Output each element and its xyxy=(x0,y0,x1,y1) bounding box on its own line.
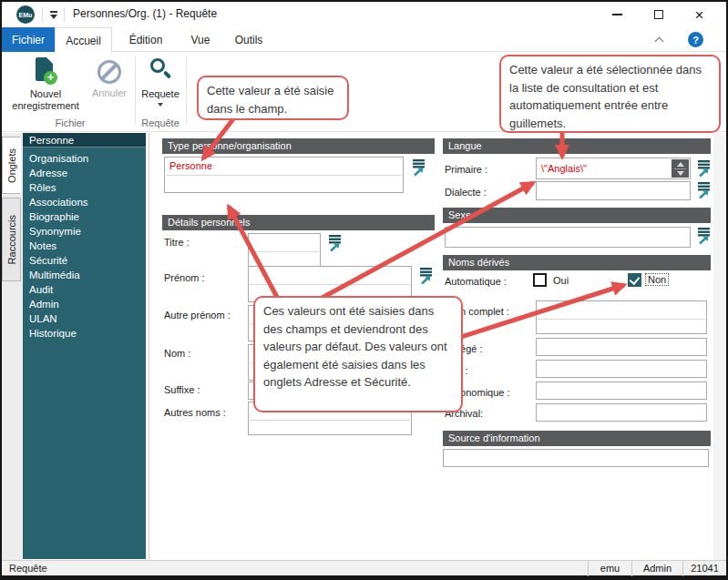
close-button[interactable]: × xyxy=(679,2,720,27)
divider xyxy=(64,7,65,22)
sidebar-item-organisation[interactable]: Organisation xyxy=(23,151,146,166)
group-header-noms-derives: Noms dérivés xyxy=(443,255,711,270)
window-title: Personnes/Org. (1) - Requête xyxy=(73,7,217,20)
primaire-value: \"Anglais\" xyxy=(541,163,587,174)
ribbon-group-divider xyxy=(135,56,136,124)
query-dropdown-icon[interactable] xyxy=(158,103,163,107)
lookup-list-icon[interactable] xyxy=(419,268,434,285)
help-icon[interactable]: ? xyxy=(688,32,703,47)
minimize-icon xyxy=(612,14,622,15)
vertical-tab-label: Onglets xyxy=(6,148,17,183)
sidebar-item-multimedia[interactable]: Multimédia xyxy=(23,268,146,282)
autres-noms-label: Autres noms : xyxy=(164,407,226,418)
tab-outils[interactable]: Outils xyxy=(224,27,273,52)
vertical-tab-onglets[interactable]: Onglets xyxy=(2,137,21,194)
cancel-button[interactable]: Annuler xyxy=(86,55,133,120)
status-user: Admin xyxy=(631,561,682,576)
query-label: Requete xyxy=(141,88,179,100)
window-menu-caret-icon[interactable] xyxy=(49,11,58,19)
callout-saisie-champ: Cette valeur a été saisie dans le champ. xyxy=(197,76,349,120)
oui-checkbox[interactable] xyxy=(533,273,547,287)
maximize-icon xyxy=(654,10,663,19)
type-personne-value: Personne xyxy=(169,160,212,171)
sidebar-item-personne[interactable]: Personne xyxy=(23,133,146,148)
sidebar-item-historique[interactable]: Historique xyxy=(23,326,146,341)
new-record-icon: + xyxy=(34,57,57,85)
sidebar-item-ulan[interactable]: ULAN xyxy=(23,311,146,326)
autre-prenom-label: Autre prénom : xyxy=(164,310,231,321)
right-gutter xyxy=(713,133,726,561)
automatique-label: Automatique : xyxy=(445,276,507,287)
tab-vue[interactable]: Vue xyxy=(179,27,222,52)
ribbon-tab-bar: Fichier Accueil Édition Vue Outils ? xyxy=(2,27,726,52)
tab-edition[interactable]: Édition xyxy=(117,27,175,52)
query-button[interactable]: Requete xyxy=(137,55,184,120)
vertical-tab-raccourcis[interactable]: Raccourcis xyxy=(2,198,21,281)
lookup-list-icon[interactable] xyxy=(328,235,343,252)
collapse-ribbon-icon[interactable] xyxy=(656,36,664,45)
sidebar-item-associations[interactable]: Associations xyxy=(23,195,146,209)
status-mode: Requête xyxy=(9,563,47,574)
ribbon-group-query-label: Requête xyxy=(137,117,184,128)
sidebar-item-synonymie[interactable]: Synonymie xyxy=(23,224,146,239)
group-header-sexe: Sexe xyxy=(443,208,711,223)
vertical-tab-label: Raccourcis xyxy=(6,215,17,264)
maximize-button[interactable] xyxy=(638,2,679,27)
group-header-details: Détails personnels xyxy=(162,215,435,230)
dialecte-field[interactable] xyxy=(536,181,691,200)
primaire-label: Primaire : xyxy=(445,164,487,175)
sidebar-item-notes[interactable]: Notes xyxy=(23,239,146,253)
primaire-field[interactable]: \"Anglais\" xyxy=(536,158,691,179)
cancel-icon xyxy=(97,60,121,84)
search-icon xyxy=(148,57,173,85)
close-icon: × xyxy=(695,7,704,23)
suffixe-label: Suffixe : xyxy=(164,384,200,395)
status-record-count: 21041 xyxy=(682,561,726,576)
sidebar-item-securite[interactable]: Sécurité xyxy=(23,253,146,268)
panel-divider xyxy=(149,133,149,561)
cite-field[interactable] xyxy=(536,360,707,378)
ribbon-group-file-label: Fichier xyxy=(7,117,133,128)
nom-complet-field[interactable] xyxy=(536,300,707,334)
callout-liste-consultation: Cette valeur a été sélectionnée dans la … xyxy=(499,55,721,133)
lookup-list-icon[interactable] xyxy=(697,182,712,199)
group-header-type: Type personne/organisation xyxy=(162,138,435,154)
archival-field[interactable] xyxy=(536,403,707,422)
type-personne-field[interactable]: Personne xyxy=(164,157,404,193)
oui-checkbox-label[interactable]: Oui xyxy=(553,275,569,286)
minimize-button[interactable] xyxy=(597,2,638,27)
divider xyxy=(42,7,43,22)
lookup-list-icon[interactable] xyxy=(412,159,426,177)
sexe-field[interactable] xyxy=(445,227,691,248)
taxonomique-field[interactable] xyxy=(536,382,707,400)
lookup-list-icon[interactable] xyxy=(697,228,712,245)
sidebar-item-roles[interactable]: Rôles xyxy=(23,180,146,195)
nom-label: Nom : xyxy=(164,348,190,359)
status-database: emu xyxy=(588,561,631,576)
prenom-label: Prénom : xyxy=(164,272,205,283)
group-header-langue: Langue xyxy=(443,138,711,154)
group-header-source: Source d'information xyxy=(443,431,711,446)
title-bar: EMu Personnes/Org. (1) - Requête × xyxy=(2,2,726,27)
source-information-field[interactable] xyxy=(443,449,709,467)
tab-fichier[interactable]: Fichier xyxy=(2,27,55,52)
new-record-label: Nouvel enregistrement xyxy=(12,88,78,111)
tabs-sidebar: Personne Organisation Adresse Rôles Asso… xyxy=(23,133,146,559)
sidebar-item-adresse[interactable]: Adresse xyxy=(23,166,146,180)
titre-field[interactable] xyxy=(248,233,321,270)
abrege-field[interactable] xyxy=(536,338,707,356)
titre-label: Titre : xyxy=(164,237,190,248)
tab-accueil[interactable]: Accueil xyxy=(55,27,112,53)
new-record-button[interactable]: + Nouvel enregistrement xyxy=(7,55,84,120)
non-checkbox-label[interactable]: Non xyxy=(646,274,668,285)
lookup-list-icon[interactable] xyxy=(697,160,712,178)
sidebar-item-audit[interactable]: Audit xyxy=(23,282,146,297)
non-checkbox[interactable] xyxy=(628,273,641,287)
cancel-label: Annuler xyxy=(92,87,127,99)
spinner-control[interactable] xyxy=(672,159,689,178)
sidebar-item-biographie[interactable]: Biographie xyxy=(23,209,146,224)
app-window: EMu Personnes/Org. (1) - Requête × Fichi… xyxy=(0,0,728,580)
callout-valeurs-defaut: Ces valeurs ont été saisies dans des cha… xyxy=(253,296,463,412)
sidebar-item-admin[interactable]: Admin xyxy=(23,297,146,311)
status-bar: Requête emu Admin 21041 xyxy=(2,560,726,575)
